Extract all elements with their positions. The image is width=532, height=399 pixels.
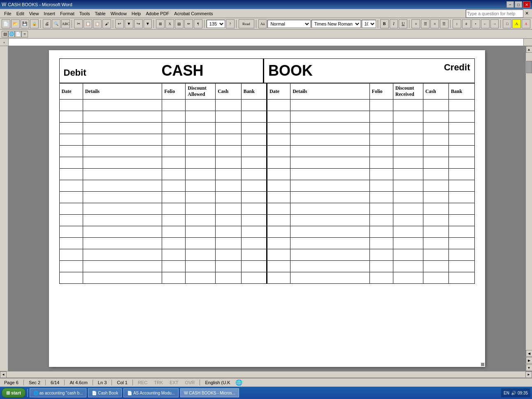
style-select[interactable]: Normal Heading 1 <box>267 20 310 28</box>
open-button[interactable]: 📂 <box>11 19 20 28</box>
menu-window[interactable]: Window <box>108 10 129 17</box>
scroll-prev-page[interactable]: ◀ <box>526 350 532 357</box>
print-button[interactable]: 🖨 <box>43 19 51 28</box>
table-row[interactable] <box>59 261 474 272</box>
highlight-button[interactable]: A <box>512 19 521 28</box>
table-row[interactable] <box>59 100 474 111</box>
menu-format[interactable]: Format <box>58 10 77 17</box>
underline-button[interactable]: U <box>399 19 407 28</box>
font-color-button[interactable]: A <box>522 19 530 28</box>
outside-border-button[interactable]: □ <box>503 19 511 28</box>
line-spacing-button[interactable]: ↕ <box>453 19 461 28</box>
align-left-button[interactable]: ≡ <box>411 19 420 28</box>
start-button[interactable]: ⊞ start <box>2 388 26 398</box>
start-label: start <box>11 390 21 395</box>
undo-dropdown[interactable]: ▼ <box>125 19 133 28</box>
font-size-select[interactable]: 10 12 <box>362 20 376 28</box>
scroll-thumb[interactable] <box>526 61 532 73</box>
table-row[interactable] <box>59 123 474 134</box>
view-web-button[interactable]: 🌐 <box>8 31 15 37</box>
zoom-select[interactable]: 135% 100% 75% <box>207 20 225 28</box>
horizontal-scrollbar: ◄ ► <box>0 371 532 378</box>
columns-button[interactable]: ▤ <box>175 19 184 28</box>
numbering-button[interactable]: # <box>462 19 471 28</box>
read-button[interactable]: Read <box>239 19 254 28</box>
status-ext: EXT <box>168 380 180 385</box>
redo-dropdown[interactable]: ▼ <box>144 19 152 28</box>
title-bar-controls[interactable]: − □ ✕ <box>506 1 530 8</box>
close-help-icon[interactable]: ✕ <box>523 11 530 16</box>
status-lang: English (U.K <box>203 380 232 385</box>
taskbar-item-3[interactable]: 📄 AS Accounting Modu... <box>123 388 179 397</box>
hscroll-left-button[interactable]: ◄ <box>0 371 7 378</box>
view-print-button[interactable]: 📄 <box>15 31 21 37</box>
menu-insert[interactable]: Insert <box>41 10 58 17</box>
table-row[interactable] <box>59 180 474 192</box>
table-row[interactable] <box>59 111 474 123</box>
hscroll-right-button[interactable]: ► <box>525 371 532 378</box>
align-center-button[interactable]: ☰ <box>421 19 430 28</box>
table-row[interactable] <box>59 249 474 261</box>
table-row[interactable] <box>59 157 474 169</box>
print-preview-button[interactable]: 🔍 <box>52 19 60 28</box>
table-row[interactable] <box>59 146 474 157</box>
view-outline-button[interactable]: ≡ <box>21 31 28 37</box>
debit-date-header: Date <box>59 84 83 100</box>
decrease-indent-button[interactable]: ← <box>481 19 490 28</box>
font-select[interactable]: Times New Roman Arial <box>311 20 361 28</box>
table-row[interactable] <box>59 215 474 226</box>
ruler-corner[interactable]: + <box>0 39 8 46</box>
undo-button[interactable]: ↩ <box>115 19 124 28</box>
table-row[interactable] <box>59 203 474 215</box>
scroll-up-button[interactable]: ▲ <box>526 46 532 53</box>
drawing-button[interactable]: ✏ <box>184 19 193 28</box>
insert-table-button[interactable]: ⊞ <box>156 19 165 28</box>
spell-check-button[interactable]: ABC <box>61 19 70 28</box>
menu-tools[interactable]: Tools <box>77 10 93 17</box>
paste-button[interactable]: 📋 <box>93 19 102 28</box>
help-search-input[interactable] <box>466 9 523 18</box>
menu-help[interactable]: Help <box>129 10 144 17</box>
menu-edit[interactable]: Edit <box>14 10 27 17</box>
cut-button[interactable]: ✂ <box>74 19 83 28</box>
document-area: Debit CASH BOOK Credit Date Detai <box>8 46 525 371</box>
bold-button[interactable]: B <box>380 19 389 28</box>
menu-acrobat[interactable]: Acrobat Comments <box>172 10 215 17</box>
table-row[interactable] <box>59 272 474 284</box>
new-button[interactable]: 📄 <box>2 19 10 28</box>
align-right-button[interactable]: ≡ <box>430 19 439 28</box>
save-button[interactable]: 💾 <box>21 19 29 28</box>
bullets-button[interactable]: • <box>472 19 480 28</box>
italic-button[interactable]: I <box>390 19 398 28</box>
taskbar-item-4[interactable]: W CASH BOOKS - Micros... <box>180 388 239 397</box>
justify-button[interactable]: ☰ <box>440 19 448 28</box>
main-area: Debit CASH BOOK Credit Date Detai <box>0 46 532 371</box>
table-row[interactable] <box>59 192 474 203</box>
show-hide-button[interactable]: ¶ <box>194 19 202 28</box>
insert-excel-button[interactable]: X <box>165 19 174 28</box>
format-painter-button[interactable]: 🖌 <box>102 19 111 28</box>
menu-table[interactable]: Table <box>92 10 108 17</box>
zoom-help-button[interactable]: ? <box>226 19 235 28</box>
taskbar-item-1[interactable]: 🌐 as accounting "cash b... <box>30 388 87 397</box>
increase-indent-button[interactable]: → <box>490 19 499 28</box>
scroll-next-page[interactable]: ▶ <box>526 357 532 364</box>
table-row[interactable] <box>59 226 474 238</box>
view-normal-button[interactable]: ▤ <box>2 31 8 37</box>
menu-view[interactable]: View <box>27 10 42 17</box>
table-row[interactable] <box>59 169 474 180</box>
redo-button[interactable]: ↪ <box>134 19 143 28</box>
taskbar-item-2[interactable]: 📄 Cash Book <box>88 388 122 397</box>
minimize-button[interactable]: − <box>506 1 514 8</box>
menu-adobe-pdf[interactable]: Adobe PDF <box>143 10 172 17</box>
scroll-down-button[interactable]: ▼ <box>526 364 532 371</box>
separator-1 <box>40 20 41 28</box>
table-row[interactable] <box>59 238 474 249</box>
close-button[interactable]: ✕ <box>523 1 530 8</box>
page-resize-handle[interactable] <box>481 363 484 366</box>
permission-button[interactable]: 🔒 <box>30 19 39 28</box>
table-row[interactable] <box>59 134 474 146</box>
menu-file[interactable]: File <box>2 10 14 17</box>
maximize-button[interactable]: □ <box>515 1 522 8</box>
copy-button[interactable]: 📋 <box>84 19 92 28</box>
